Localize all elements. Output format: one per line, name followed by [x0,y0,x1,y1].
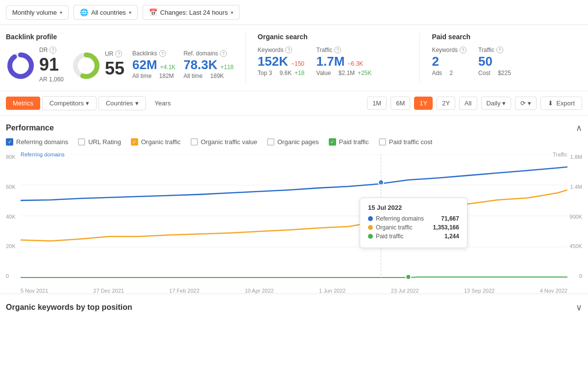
cb-referring-domains[interactable]: ✓ Referring domains [6,138,68,146]
backlinks-value: 62M [132,58,157,72]
tooltip-row-2: Organic traffic 1,353,166 [368,224,459,231]
x-label-6: 23 Jul 2022 [391,288,419,294]
y-label-450k: 450K [569,243,582,249]
time-2y-button[interactable]: 2Y [437,97,455,110]
chart-y-labels-right: 1.8M 1.4M 900K 450K 0 [569,151,582,279]
time-6m-button[interactable]: 6M [391,97,410,110]
ur-help-icon[interactable]: ? [115,50,122,57]
ref-domains-help-icon[interactable]: ? [220,50,227,57]
cb-organic-traffic[interactable]: ✓ Organic traffic [131,138,181,146]
tooltip-label-3: Paid traffic [368,233,403,240]
x-label-7: 13 Sep 2022 [464,288,494,294]
performance-section: Performance ∧ ✓ Referring domains URL Ra… [0,116,588,294]
paid-keywords-metric: Keywords ? 2 Ads 2 [432,47,466,76]
x-label-8: 4 Nov 2022 [540,288,567,294]
organic-keywords-change: −150 [291,60,304,67]
organic-search-title: Organic search [258,33,372,41]
chart-tooltip: 15 Jul 2022 Referring domains 71,667 Org… [360,198,467,248]
organic-keywords-help[interactable]: ? [285,47,292,53]
cb-url-rating-label: URL Rating [88,138,121,146]
y-label-1-8m: 1.8M [569,154,582,160]
tooltip-dot-2 [368,225,373,230]
paid-traffic-help[interactable]: ? [496,47,503,53]
y-label-80k: 80K [6,154,16,160]
organic-collapse-icon[interactable]: ∨ [576,302,582,313]
organic-search-section: Organic search Keywords ? 152K −150 Top … [246,33,420,83]
backlink-profile-group: Backlink profile DR ? [6,33,234,83]
compare-icon: ⟳ [520,100,526,107]
cb-url-rating[interactable]: URL Rating [78,138,121,146]
ref-domains-label: Ref. domains ? [183,50,233,57]
svg-point-11 [406,275,411,279]
organic-keywords-metric: Keywords ? 152K −150 Top 3 9.6K +18 [258,47,305,76]
paid-search-section: Paid search Keywords ? 2 Ads 2 Traffic ? [420,33,582,83]
changes-label: Changes: Last 24 hours [160,9,228,16]
ur-donut [72,51,101,80]
organic-traffic-sub: Value $2.1M +25K [317,70,372,76]
tooltip-label-2: Organic traffic [368,224,412,231]
performance-title: Performance [6,124,54,132]
tab-competitors[interactable]: Competitors ▾ [42,96,97,110]
performance-chart: Referring domains Traffic 80K 60K 40K 20… [6,151,582,294]
x-label-3: 17 Feb 2022 [169,288,199,294]
y-label-0-right: 0 [569,273,582,279]
checkboxes-row: ✓ Referring domains URL Rating ✓ Organic… [6,138,582,151]
nav-controls: 1M 6M 1Y 2Y All Daily ▾ ⟳ ▾ ⬇ Export [367,97,582,110]
collapse-icon[interactable]: ∧ [576,123,582,133]
y-label-0: 0 [6,273,16,279]
ref-domains-metric: Ref. domains ? 78.3K +118 All time 189K [183,50,233,80]
cb-paid-traffic-cost[interactable]: Paid traffic cost [379,138,433,146]
paid-traffic-value: 50 [478,54,511,69]
backlinks-change: +4.1K [160,64,176,71]
cb-organic-traffic-label: Organic traffic [141,138,181,146]
paid-keywords-value: 2 [432,54,466,69]
cb-organic-traffic-box: ✓ [131,138,138,146]
time-1m-button[interactable]: 1M [367,97,387,110]
time-all-button[interactable]: All [459,97,477,110]
ref-domains-change: +118 [220,64,234,71]
organic-traffic-metric: Traffic ? 1.7M −6.3K Value $2.1M +25K [317,47,372,76]
chart-y-labels-left: 80K 60K 40K 20K 0 [6,151,16,279]
chevron-compare-icon: ▾ [528,100,531,107]
organic-keywords-title: Organic keywords by top position [6,303,132,312]
nav-tabs: Metrics Competitors ▾ Countries ▾ Years [6,96,177,110]
tab-countries[interactable]: Countries ▾ [98,96,146,110]
cb-organic-pages[interactable]: Organic pages [267,138,319,146]
cb-organic-traffic-value-box [191,138,198,146]
cb-organic-pages-box [267,138,274,146]
daily-button[interactable]: Daily ▾ [481,97,512,110]
dr-help-icon[interactable]: ? [49,47,56,53]
organic-traffic-value: 1.7M [317,54,345,69]
monthly-volume-button[interactable]: Monthly volume ▾ [6,5,69,20]
export-icon: ⬇ [548,100,553,107]
y-label-40k: 40K [6,214,16,220]
chevron-down-icon-3: ▾ [231,10,233,15]
cb-paid-traffic[interactable]: ✓ Paid traffic [329,138,369,146]
tab-metrics[interactable]: Metrics [6,97,40,110]
y-label-1-4m: 1.4M [569,184,582,190]
chart-svg-container: 15 Jul 2022 Referring domains 71,667 Org… [21,154,567,279]
tooltip-date: 15 Jul 2022 [368,204,459,211]
chevron-competitors-icon: ▾ [86,100,89,107]
paid-search-title: Paid search [432,33,511,41]
tab-years[interactable]: Years [148,97,178,110]
cb-referring-domains-box: ✓ [6,138,13,146]
y-label-20k: 20K [6,243,16,249]
nav-section: Metrics Competitors ▾ Countries ▾ Years … [0,91,588,116]
backlink-profile-title: Backlink profile [6,33,234,41]
paid-search-group: Paid search Keywords ? 2 Ads 2 Traffic ? [432,33,511,76]
backlinks-help-icon[interactable]: ? [159,50,166,57]
time-1y-button[interactable]: 1Y [414,97,433,110]
changes-button[interactable]: 📅 Changes: Last 24 hours ▾ [143,5,240,20]
organic-keywords-label: Keywords ? [258,47,305,53]
all-countries-button[interactable]: 🌐 All countries ▾ [74,5,138,20]
cb-paid-traffic-label: Paid traffic [339,138,369,146]
cb-organic-traffic-value[interactable]: Organic traffic value [191,138,257,146]
backlinks-metric: Backlinks ? 62M +4.1K All time 182M [132,50,175,80]
cb-paid-traffic-box: ✓ [329,138,336,146]
paid-keywords-help[interactable]: ? [460,47,466,53]
x-label-5: 1 Jun 2022 [319,288,345,294]
export-button[interactable]: ⬇ Export [540,97,582,110]
compare-button[interactable]: ⟳ ▾ [515,97,537,110]
organic-traffic-help[interactable]: ? [334,47,341,53]
